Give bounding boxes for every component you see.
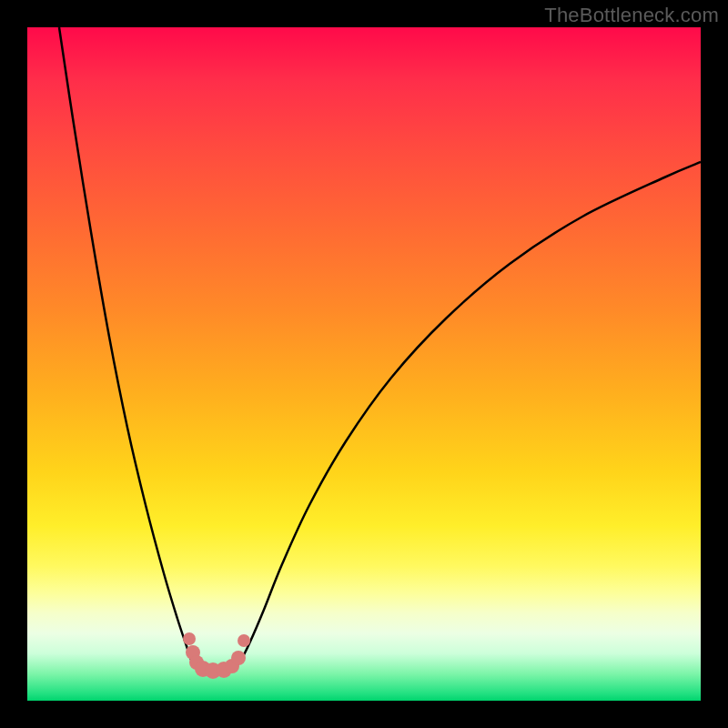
plot-area xyxy=(27,27,701,701)
valley-marker xyxy=(238,634,250,647)
bottleneck-line xyxy=(59,27,701,671)
watermark-text: TheBottleneck.com xyxy=(544,4,719,27)
valley-marker xyxy=(183,632,196,645)
bottleneck-curve xyxy=(27,27,701,701)
chart-frame: TheBottleneck.com xyxy=(0,0,728,728)
valley-marker xyxy=(231,651,246,665)
